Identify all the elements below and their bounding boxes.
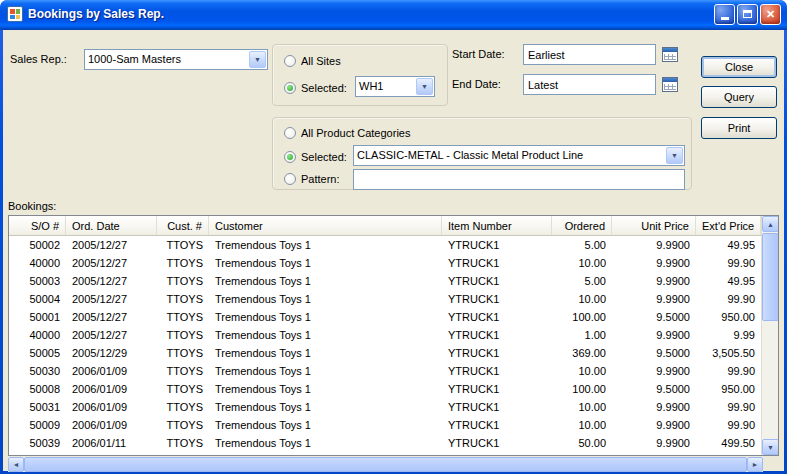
scroll-up-icon[interactable]: ▲ bbox=[762, 216, 779, 232]
query-button[interactable]: Query bbox=[701, 86, 777, 108]
all-sites-radio[interactable]: All Sites bbox=[284, 54, 341, 67]
selected-site-radio[interactable]: Selected: bbox=[284, 81, 347, 94]
radio-icon[interactable] bbox=[284, 173, 296, 185]
table-cell: Tremendous Toys 1 bbox=[209, 236, 442, 254]
table-cell: 9.9900 bbox=[612, 326, 696, 344]
table-cell: 9.9900 bbox=[612, 434, 696, 452]
pattern-input[interactable] bbox=[353, 169, 685, 190]
table-row[interactable]: 400002005/12/27TTOYSTremendous Toys 1YTR… bbox=[9, 254, 761, 272]
table-cell: 2005/12/27 bbox=[66, 326, 157, 344]
category-combobox[interactable]: CLASSIC-METAL - Classic Metal Product Li… bbox=[353, 145, 685, 166]
table-cell: 9.5000 bbox=[612, 380, 696, 398]
column-header[interactable]: Ord. Date bbox=[66, 216, 157, 235]
all-categories-radio[interactable]: All Product Categories bbox=[284, 126, 410, 139]
table-cell: TTOYS bbox=[157, 398, 209, 416]
close-button[interactable]: Close bbox=[701, 56, 777, 78]
pattern-radio[interactable]: Pattern: bbox=[284, 172, 340, 185]
minimize-button[interactable] bbox=[714, 4, 735, 25]
table-cell: 10.00 bbox=[552, 290, 612, 308]
table-cell: YTRUCK1 bbox=[442, 380, 552, 398]
table-cell: TTOYS bbox=[157, 416, 209, 434]
table-row[interactable]: 500022005/12/27TTOYSTremendous Toys 1YTR… bbox=[9, 236, 761, 254]
table-cell: 2006/01/11 bbox=[66, 434, 157, 452]
radio-selected-icon[interactable] bbox=[284, 151, 296, 163]
radio-icon[interactable] bbox=[284, 55, 296, 67]
table-cell: 99.90 bbox=[696, 416, 761, 434]
table-cell: YTRUCK1 bbox=[442, 290, 552, 308]
horizontal-scrollbar[interactable]: ◄ ► bbox=[8, 457, 763, 472]
table-cell: 50030 bbox=[9, 362, 66, 380]
minimize-icon bbox=[721, 17, 729, 20]
table-cell: Tremendous Toys 1 bbox=[209, 290, 442, 308]
table-cell: 2005/12/27 bbox=[66, 236, 157, 254]
column-header[interactable]: Ordered bbox=[552, 216, 612, 235]
table-cell: 9.9900 bbox=[612, 362, 696, 380]
table-cell: Tremendous Toys 1 bbox=[209, 272, 442, 290]
horizontal-scrollbar-thumb[interactable] bbox=[24, 457, 747, 472]
column-header[interactable]: Ext'd Price bbox=[696, 216, 761, 235]
column-header[interactable]: Cust. # bbox=[157, 216, 209, 235]
print-button[interactable]: Print bbox=[701, 117, 777, 139]
table-cell: 50005 bbox=[9, 344, 66, 362]
table-row[interactable]: 500052005/12/29TTOYSTremendous Toys 1YTR… bbox=[9, 344, 761, 362]
column-header[interactable]: Item Number bbox=[442, 216, 552, 235]
vertical-scrollbar[interactable]: ▲ ▼ bbox=[761, 216, 778, 455]
table-cell: YTRUCK1 bbox=[442, 416, 552, 434]
scroll-right-icon[interactable]: ► bbox=[747, 457, 763, 472]
table-cell: 40000 bbox=[9, 254, 66, 272]
column-header[interactable]: Customer bbox=[209, 216, 442, 235]
table-row[interactable]: 500392006/01/11TTOYSTremendous Toys 1YTR… bbox=[9, 434, 761, 452]
end-date-calendar-button[interactable] bbox=[660, 74, 680, 94]
close-window-button[interactable]: ✕ bbox=[760, 4, 781, 25]
table-cell: 49.95 bbox=[696, 272, 761, 290]
table-cell: 499.50 bbox=[696, 434, 761, 452]
table-cell: Tremendous Toys 1 bbox=[209, 434, 442, 452]
column-header[interactable]: S/O # bbox=[9, 216, 66, 235]
calendar-icon bbox=[662, 47, 678, 62]
column-header[interactable]: Unit Price bbox=[612, 216, 696, 235]
maximize-button[interactable] bbox=[737, 4, 758, 25]
table-cell: 9.9900 bbox=[612, 272, 696, 290]
end-date-input[interactable] bbox=[523, 74, 656, 95]
table-cell: YTRUCK1 bbox=[442, 434, 552, 452]
table-cell: 2005/12/27 bbox=[66, 254, 157, 272]
chevron-down-icon[interactable]: ▼ bbox=[416, 78, 433, 95]
start-date-calendar-button[interactable] bbox=[660, 44, 680, 64]
sales-rep-combobox[interactable]: 1000-Sam Masters ▼ bbox=[84, 49, 268, 70]
table-cell: 9.9900 bbox=[612, 254, 696, 272]
radio-selected-icon[interactable] bbox=[284, 82, 296, 94]
table-cell: 40000 bbox=[9, 326, 66, 344]
vertical-scrollbar-thumb[interactable] bbox=[762, 233, 779, 321]
app-icon bbox=[7, 6, 23, 22]
table-cell: 2005/12/27 bbox=[66, 308, 157, 326]
table-row[interactable]: 500312006/01/09TTOYSTremendous Toys 1YTR… bbox=[9, 398, 761, 416]
table-row[interactable]: 500012005/12/27TTOYSTremendous Toys 1YTR… bbox=[9, 308, 761, 326]
radio-icon[interactable] bbox=[284, 127, 296, 139]
chevron-down-icon[interactable]: ▼ bbox=[666, 147, 683, 164]
all-categories-label: All Product Categories bbox=[301, 127, 410, 139]
table-row[interactable]: 500082006/01/09TTOYSTremendous Toys 1YTR… bbox=[9, 380, 761, 398]
table-cell: TTOYS bbox=[157, 326, 209, 344]
table-row[interactable]: 500302006/01/09TTOYSTremendous Toys 1YTR… bbox=[9, 362, 761, 380]
table-row[interactable]: 500092006/01/09TTOYSTremendous Toys 1YTR… bbox=[9, 416, 761, 434]
scroll-down-icon[interactable]: ▼ bbox=[762, 439, 779, 455]
table-cell: 10.00 bbox=[552, 254, 612, 272]
table-cell: 2005/12/27 bbox=[66, 290, 157, 308]
table-cell: 99.90 bbox=[696, 398, 761, 416]
table-cell: TTOYS bbox=[157, 272, 209, 290]
table-cell: 9.9900 bbox=[612, 398, 696, 416]
site-combobox[interactable]: WH1 ▼ bbox=[355, 76, 435, 97]
scroll-left-icon[interactable]: ◄ bbox=[8, 457, 24, 472]
table-cell: Tremendous Toys 1 bbox=[209, 326, 442, 344]
table-row[interactable]: 400002005/12/27TTOYSTremendous Toys 1YTR… bbox=[9, 326, 761, 344]
chevron-down-icon[interactable]: ▼ bbox=[249, 51, 266, 68]
start-date-input[interactable] bbox=[523, 44, 656, 65]
selected-category-radio[interactable]: Selected: bbox=[284, 150, 347, 163]
table-cell: 10.00 bbox=[552, 416, 612, 434]
calendar-icon bbox=[662, 77, 678, 92]
table-row[interactable]: 500032005/12/27TTOYSTremendous Toys 1YTR… bbox=[9, 272, 761, 290]
table-cell: Tremendous Toys 1 bbox=[209, 362, 442, 380]
table-row[interactable]: 500042005/12/27TTOYSTremendous Toys 1YTR… bbox=[9, 290, 761, 308]
table-body: 500022005/12/27TTOYSTremendous Toys 1YTR… bbox=[9, 236, 761, 452]
window: Bookings by Sales Rep. ✕ Sales Rep.: 100… bbox=[0, 0, 787, 474]
